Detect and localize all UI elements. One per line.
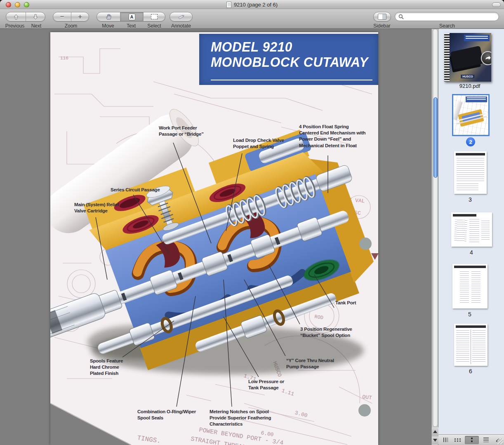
scrollbar-track[interactable] <box>432 29 438 427</box>
page-thumbnail-4[interactable] <box>451 212 492 247</box>
list-icon <box>483 438 489 442</box>
page-number-4: 4 <box>470 249 473 256</box>
sidebar-toggle-button[interactable] <box>374 12 391 21</box>
document-filename[interactable]: 9210.pdf <box>459 83 480 89</box>
move-label: Move <box>102 23 114 29</box>
callout-main-relief: Main (System) Relief Valve Cartridge <box>74 202 119 214</box>
zoom-out-button[interactable]: − <box>53 12 71 21</box>
page-thumbnail-6[interactable] <box>454 324 488 366</box>
text-tool-button[interactable]: A <box>120 12 143 21</box>
toc-view-button[interactable] <box>480 436 491 444</box>
banner-line1: MODEL 9210 <box>211 40 372 55</box>
next-label: Next <box>31 23 42 29</box>
zoom-label: Zoom <box>65 23 78 29</box>
callout-load-drop-check: Load Drop Check Valve Poppet and Spring <box>233 137 284 150</box>
callout-low-pressure: Low Pressure or Tank Passage <box>248 379 284 391</box>
callout-series-circuit: Series Circuit Passage <box>111 187 160 193</box>
document-icon <box>226 2 231 8</box>
callout-work-port-feeder: Work Port Feeder Passage or “Bridge” <box>159 125 204 137</box>
annotate-button[interactable] <box>170 12 192 21</box>
document-cover-thumbnail[interactable]: HUSCO <box>444 33 491 82</box>
page-number-3: 3 <box>469 196 472 203</box>
sidebar-label: Sidebar <box>373 23 390 29</box>
sidebar-view-toolbar <box>438 434 504 445</box>
thumbnail-list-icon <box>471 438 473 442</box>
page-thumbnail-5[interactable] <box>452 264 488 308</box>
callout-y-core: “Y” Core Thru Neutral Pump Passage <box>286 358 334 370</box>
thumbnail-sidebar[interactable]: HUSCO 9210.pdf 2 3 <box>438 29 504 434</box>
select-label: Select <box>147 23 161 29</box>
blueprint-text: ROD <box>314 314 323 321</box>
callout-tank-port: Tank Port <box>335 300 356 306</box>
grid-icon <box>455 438 461 442</box>
thumbnail-view-button[interactable] <box>465 436 479 444</box>
minus-icon: − <box>60 13 64 20</box>
callout-metering-notches: Metering Notches on Spool Provide Superi… <box>210 409 271 428</box>
page-number-5: 5 <box>468 311 471 318</box>
toolbar-toggle-button[interactable] <box>492 2 501 7</box>
page-banner: MODEL 9210 MONOBLOCK CUTAWAY <box>199 34 378 85</box>
page-thumbnail-2[interactable] <box>453 95 488 135</box>
titlebar[interactable]: 9210 (page 2 of 6) <box>0 0 504 9</box>
down-triangle-icon <box>433 439 437 442</box>
zoom-in-button[interactable]: + <box>71 12 89 21</box>
callout-four-position-float: 4 Position Float Spring Centered End Mec… <box>299 124 365 149</box>
up-triangle-icon <box>433 430 437 433</box>
blueprint-dim: 116 <box>60 56 68 61</box>
move-tool-button[interactable] <box>97 12 120 21</box>
previous-label: Previous <box>5 23 25 29</box>
vertical-scrollbar[interactable] <box>431 29 438 445</box>
cutaway-artwork: POWER BEYOND PORT - 3/4 STRAIGHT THREAD … <box>50 32 378 445</box>
banner-underline <box>211 80 372 80</box>
banner-line2: MONOBLOCK CUTAWAY <box>211 55 372 70</box>
columns-icon <box>443 438 448 442</box>
sidebar-icon <box>378 14 386 20</box>
plus-icon: + <box>78 13 82 20</box>
text-label: Text <box>127 23 136 29</box>
window-resize-grip[interactable] <box>497 438 503 444</box>
preview-window: 9210 (page 2 of 6) Previous Next − <box>0 0 504 445</box>
callout-spools-chrome: Spools Feature Hard Chrome Plated Finish <box>90 358 123 377</box>
current-page-badge: 2 <box>466 137 475 146</box>
pdf-page: POWER BEYOND PORT - 3/4 STRAIGHT THREAD … <box>50 32 378 445</box>
callout-oring-wiper: Combination O-Ring/Wiper Spool Seals <box>137 409 196 421</box>
window-title: 9210 (page 2 of 6) <box>234 2 278 8</box>
text-tool-icon: A <box>129 14 135 20</box>
select-rect-icon <box>151 14 158 19</box>
scroll-up-button[interactable] <box>432 427 438 436</box>
search-field[interactable] <box>395 12 499 21</box>
hand-icon <box>105 13 112 20</box>
columns-view-button[interactable] <box>440 436 451 444</box>
toolbar: Previous Next − + Zoom A Move <box>0 9 504 29</box>
pencil-icon <box>177 14 185 20</box>
arrow-down-icon <box>32 14 39 20</box>
search-input[interactable] <box>404 13 486 20</box>
next-button[interactable] <box>26 12 45 21</box>
scrollbar-thumb[interactable] <box>433 97 438 178</box>
cover-brand-text: HUSCO <box>461 75 474 78</box>
search-icon <box>398 14 404 19</box>
arrow-up-icon <box>13 14 19 20</box>
previous-button[interactable] <box>6 12 26 21</box>
callout-regenerative-spool: 3 Position Regenerative “Bucket” Spool O… <box>300 326 352 339</box>
scroll-down-button[interactable] <box>432 436 438 444</box>
curved-arrow-icon <box>484 54 491 62</box>
document-canvas[interactable]: POWER BEYOND PORT - 3/4 STRAIGHT THREAD … <box>0 29 431 445</box>
select-tool-button[interactable] <box>143 12 165 21</box>
blueprint-text: OUT <box>362 394 372 401</box>
annotate-label: Annotate <box>171 23 191 29</box>
grid-view-button[interactable] <box>452 436 463 444</box>
page-number-6: 6 <box>469 368 472 374</box>
page-thumbnail-3[interactable] <box>454 151 487 194</box>
search-label: Search <box>439 23 455 29</box>
spiral-binding <box>444 33 450 82</box>
